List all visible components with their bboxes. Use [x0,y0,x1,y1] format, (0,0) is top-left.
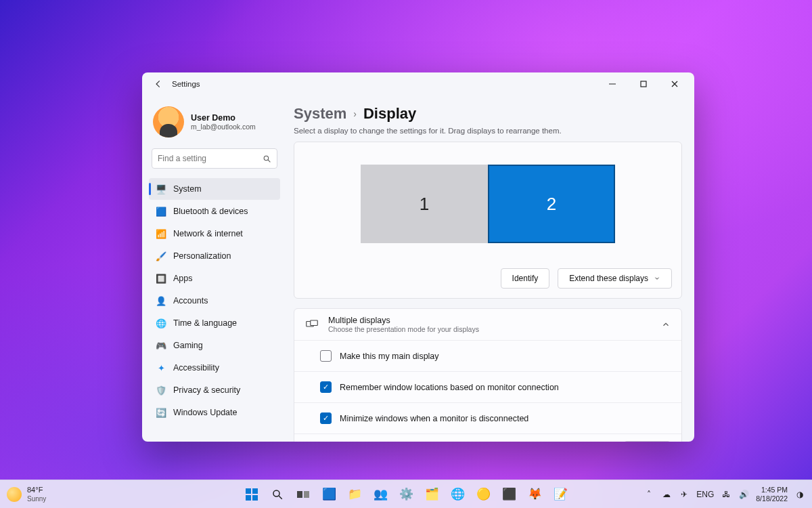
opt-remember-locations[interactable]: Remember window locations based on monit… [294,371,681,402]
sidebar-item-bluetooth[interactable]: 🟦Bluetooth & devices [149,200,280,222]
maximize-icon [640,81,647,87]
svg-rect-7 [252,488,258,494]
weather-sun-icon [7,487,22,502]
update-icon: 🔄 [156,407,166,418]
svg-point-10 [273,490,279,496]
taskbar-explorer[interactable]: 📁 [343,483,366,506]
close-icon [671,81,678,87]
taskbar-center: 🟦 📁 👥 ⚙️ 🗂️ 🌐 🟡 ⬛ 🦊 📝 [240,483,572,506]
opt-main-display[interactable]: Make this my main display [294,340,681,371]
system-icon: 🖥️ [156,184,166,194]
taskbar-firefox[interactable]: 🦊 [523,483,546,506]
taskbar-settings[interactable]: ⚙️ [394,483,418,506]
avatar [153,106,184,137]
monitor-1[interactable]: 1 [361,165,488,243]
sidebar-item-privacy[interactable]: 🛡️Privacy & security [149,379,280,401]
extend-dropdown[interactable]: Extend these displays [558,268,672,289]
taskbar-people[interactable]: 👥 [369,483,392,506]
page-title: Display [363,105,416,123]
display-arrange-panel: 1 2 Identify Extend these displays [294,142,682,299]
sidebar-item-accounts[interactable]: 👤Accounts [149,290,280,312]
chevron-up-icon [661,320,671,329]
close-button[interactable] [659,74,690,94]
tray-volume-icon[interactable]: 🔊 [738,490,749,499]
profile-email: m_lab@outlook.com [191,123,256,131]
accessibility-icon: ✦ [156,362,166,373]
tray-send-icon[interactable]: ✈ [679,490,690,499]
tray-onedrive-icon[interactable]: ☁ [661,490,672,499]
search-box[interactable] [152,148,277,169]
globe-icon: 🌐 [156,318,166,329]
sidebar-item-update[interactable]: 🔄Windows Update [149,402,280,423]
taskbar-widgets[interactable]: 🟦 [317,483,340,506]
arrow-left-icon [154,79,163,89]
monitor-canvas[interactable]: 1 2 [304,157,672,251]
system-tray: ˄ ☁ ✈ ENG 🖧 🔊 1:45 PM 8/18/2022 ◑ [644,486,805,502]
gamepad-icon: 🎮 [156,340,166,351]
svg-line-3 [268,160,270,162]
checkbox[interactable] [320,350,332,362]
svg-rect-8 [246,495,251,501]
taskbar-edge[interactable]: 🌐 [446,483,469,506]
arrange-hint: Select a display to change the settings … [294,127,682,135]
detect-button[interactable]: Detect [624,441,671,442]
profile-name: User Demo [191,113,256,123]
tray-lang[interactable]: ENG [696,490,714,499]
sidebar-item-system[interactable]: 🖥️System [149,178,280,200]
chevron-down-icon [654,275,660,282]
minimize-icon [609,81,616,87]
settings-window: Settings User Demo m_lab@outlook.com 🖥️S… [142,72,694,442]
titlebar: Settings [142,72,694,96]
start-button[interactable] [240,483,263,506]
wifi-icon: 📶 [156,228,166,239]
svg-point-2 [264,156,269,161]
svg-line-11 [279,496,282,499]
taskbar-notes[interactable]: 📝 [549,483,572,506]
svg-rect-12 [297,491,302,498]
taskbar-chrome[interactable]: 🟡 [472,483,495,506]
sidebar-item-personalization[interactable]: 🖌️Personalization [149,245,280,267]
content-pane: System › Display Select a display to cha… [284,96,694,442]
multiple-displays-header[interactable]: Multiple displays Choose the presentatio… [294,309,681,340]
sidebar-item-time[interactable]: 🌐Time & language [149,312,280,334]
search-icon [263,154,271,163]
svg-rect-13 [304,491,309,498]
brush-icon: 🖌️ [156,251,166,261]
minimize-button[interactable] [597,74,628,94]
back-button[interactable] [149,75,168,93]
tray-clock[interactable]: 1:45 PM 8/18/2022 [756,486,788,502]
taskbar-search[interactable] [266,483,289,506]
checkbox[interactable] [320,381,332,393]
taskbar: 84°FSunny 🟦 📁 👥 ⚙️ 🗂️ 🌐 🟡 ⬛ 🦊 📝 ˄ ☁ ✈ EN… [0,480,812,508]
taskbar-weather[interactable]: 84°FSunny [7,486,46,502]
opt-minimize-disconnect[interactable]: Minimize windows when a monitor is disco… [294,402,681,433]
svg-rect-1 [641,81,646,87]
search-input[interactable] [158,154,263,163]
breadcrumb-parent[interactable]: System [294,105,346,123]
maximize-button[interactable] [628,74,659,94]
tray-notifications-icon[interactable]: ◑ [794,490,805,499]
apps-icon: 🔲 [156,273,166,284]
tray-chevron-icon[interactable]: ˄ [644,490,654,499]
profile-block[interactable]: User Demo m_lab@outlook.com [149,101,280,143]
bluetooth-icon: 🟦 [156,206,166,217]
displays-icon [305,320,319,329]
svg-rect-5 [311,320,318,326]
taskbar-taskview[interactable] [292,483,315,506]
identify-button[interactable]: Identify [501,268,550,289]
tray-network-icon[interactable]: 🖧 [721,490,731,499]
taskbar-terminal[interactable]: ⬛ [497,483,520,506]
checkbox[interactable] [320,412,332,424]
monitor-2[interactable]: 2 [488,165,615,243]
sidebar: User Demo m_lab@outlook.com 🖥️System 🟦Bl… [142,96,284,442]
sidebar-item-network[interactable]: 📶Network & internet [149,223,280,245]
breadcrumb: System › Display [294,105,682,123]
sidebar-item-accessibility[interactable]: ✦Accessibility [149,357,280,379]
multiple-displays-card: Multiple displays Choose the presentatio… [294,308,682,442]
person-icon: 👤 [156,295,166,306]
window-title: Settings [172,80,200,88]
taskbar-files[interactable]: 🗂️ [420,483,443,506]
chevron-right-icon: › [353,108,357,119]
sidebar-item-gaming[interactable]: 🎮Gaming [149,335,280,356]
sidebar-item-apps[interactable]: 🔲Apps [149,268,280,289]
